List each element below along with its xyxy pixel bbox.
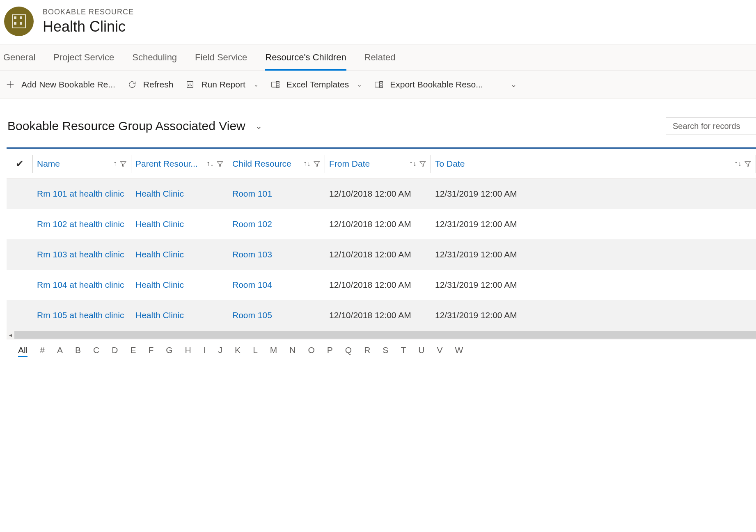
alpha-letter-m[interactable]: M: [270, 345, 277, 357]
alpha-letter-j[interactable]: J: [218, 345, 223, 357]
column-label: From Date: [329, 159, 407, 169]
alpha-letter-b[interactable]: B: [75, 345, 81, 357]
alpha-letter-u[interactable]: U: [418, 345, 424, 357]
name-link[interactable]: Rm 105 at health clinic: [37, 310, 124, 320]
sort-icon[interactable]: ↑↓: [734, 159, 742, 168]
cell-from: 12/10/2018 12:00 AM: [325, 189, 431, 199]
excel-icon: [374, 80, 383, 89]
tab-related[interactable]: Related: [364, 45, 396, 70]
alpha-letter-e[interactable]: E: [130, 345, 136, 357]
child-link[interactable]: Room 105: [232, 310, 272, 320]
tab-field-service[interactable]: Field Service: [195, 45, 247, 70]
table-row[interactable]: Rm 105 at health clinicHealth ClinicRoom…: [7, 300, 756, 330]
alpha-letter-h[interactable]: H: [185, 345, 191, 357]
excel-templates-button[interactable]: Excel Templates ⌄: [271, 80, 362, 89]
name-link[interactable]: Rm 102 at health clinic: [37, 219, 124, 229]
name-link[interactable]: Rm 101 at health clinic: [37, 189, 124, 198]
svg-marker-18: [745, 161, 751, 166]
alpha-letter-l[interactable]: L: [253, 345, 258, 357]
horizontal-scrollbar[interactable]: ◂: [7, 330, 756, 339]
table-row[interactable]: Rm 104 at health clinicHealth ClinicRoom…: [7, 270, 756, 300]
child-link[interactable]: Room 102: [232, 219, 272, 229]
alpha-letter-n[interactable]: N: [289, 345, 296, 357]
column-header-to[interactable]: To Date ↑↓: [431, 155, 756, 173]
table-row[interactable]: Rm 103 at health clinicHealth ClinicRoom…: [7, 239, 756, 270]
column-header-parent[interactable]: Parent Resour... ↑↓: [131, 155, 228, 173]
scrollbar-track[interactable]: [14, 331, 756, 339]
child-link[interactable]: Room 104: [232, 280, 272, 289]
filter-icon[interactable]: [313, 160, 321, 167]
alpha-letter-q[interactable]: Q: [345, 345, 352, 357]
parent-link[interactable]: Health Clinic: [135, 310, 184, 320]
tab-resource-s-children[interactable]: Resource's Children: [265, 45, 346, 70]
run-report-label: Run Report: [201, 80, 245, 89]
alpha-letter-p[interactable]: P: [327, 345, 333, 357]
record-title: Health Clinic: [43, 18, 134, 35]
table-row[interactable]: Rm 102 at health clinicHealth ClinicRoom…: [7, 209, 756, 239]
alpha-letter-t[interactable]: T: [401, 345, 406, 357]
alpha-letter-a[interactable]: A: [57, 345, 63, 357]
name-link[interactable]: Rm 104 at health clinic: [37, 280, 124, 289]
alpha-letter-f[interactable]: F: [148, 345, 153, 357]
chevron-down-icon: ⌄: [357, 81, 362, 88]
table-row[interactable]: Rm 101 at health clinicHealth ClinicRoom…: [7, 179, 756, 209]
sort-icon[interactable]: ↑↓: [206, 159, 214, 168]
sort-icon[interactable]: ↑↓: [409, 159, 417, 168]
cell-to: 12/31/2019 12:00 AM: [431, 250, 756, 259]
svg-rect-9: [276, 86, 279, 88]
svg-rect-10: [375, 82, 380, 87]
cell-parent: Health Clinic: [131, 280, 228, 290]
add-new-button[interactable]: Add New Bookable Re...: [6, 80, 115, 89]
alpha-letter-all[interactable]: All: [18, 345, 27, 357]
column-header-from[interactable]: From Date ↑↓: [325, 155, 431, 173]
cell-to: 12/31/2019 12:00 AM: [431, 219, 756, 229]
filter-icon[interactable]: [419, 160, 426, 167]
parent-link[interactable]: Health Clinic: [135, 280, 184, 289]
filter-icon[interactable]: [216, 160, 224, 167]
cell-name: Rm 104 at health clinic: [33, 280, 131, 290]
alpha-letter-r[interactable]: R: [364, 345, 370, 357]
header-text: BOOKABLE RESOURCE Health Clinic: [43, 8, 134, 35]
select-all-cell[interactable]: ✔: [7, 155, 33, 173]
tab-project-service[interactable]: Project Service: [53, 45, 114, 70]
parent-link[interactable]: Health Clinic: [135, 189, 184, 198]
alpha-letter-#[interactable]: #: [40, 345, 45, 357]
alpha-letter-k[interactable]: K: [235, 345, 241, 357]
name-link[interactable]: Rm 103 at health clinic: [37, 250, 124, 259]
scroll-left-icon[interactable]: ◂: [7, 332, 14, 338]
cell-from: 12/10/2018 12:00 AM: [325, 310, 431, 320]
parent-link[interactable]: Health Clinic: [135, 250, 184, 259]
svg-rect-6: [272, 82, 276, 87]
alpha-letter-i[interactable]: I: [204, 345, 206, 357]
child-link[interactable]: Room 101: [232, 189, 272, 198]
filter-icon[interactable]: [744, 160, 751, 167]
export-button[interactable]: Export Bookable Reso...: [374, 80, 483, 89]
alpha-letter-o[interactable]: O: [308, 345, 314, 357]
alpha-letter-c[interactable]: C: [93, 345, 99, 357]
parent-link[interactable]: Health Clinic: [135, 219, 184, 229]
overflow-button[interactable]: ⌄: [509, 80, 517, 89]
column-header-child[interactable]: Child Resource ↑↓: [228, 155, 325, 173]
sort-asc-icon[interactable]: ↑: [113, 159, 117, 168]
view-selector[interactable]: Bookable Resource Group Associated View …: [7, 119, 262, 133]
tab-general[interactable]: General: [3, 45, 35, 70]
search-input[interactable]: [666, 117, 756, 135]
run-report-button[interactable]: Run Report ⌄: [186, 80, 258, 89]
tab-scheduling[interactable]: Scheduling: [132, 45, 177, 70]
svg-marker-17: [420, 161, 426, 166]
alpha-letter-s[interactable]: S: [383, 345, 388, 357]
filter-icon[interactable]: [119, 160, 127, 167]
alpha-letter-w[interactable]: W: [455, 345, 463, 357]
column-label: Name: [37, 159, 111, 169]
column-header-name[interactable]: Name ↑: [33, 155, 131, 173]
refresh-button[interactable]: Refresh: [128, 80, 174, 89]
alpha-letter-d[interactable]: D: [112, 345, 118, 357]
alpha-letter-v[interactable]: V: [437, 345, 442, 357]
column-label: Child Resource: [232, 159, 301, 169]
child-link[interactable]: Room 103: [232, 250, 272, 259]
refresh-label: Refresh: [143, 80, 174, 89]
alpha-letter-g[interactable]: G: [166, 345, 172, 357]
cell-child: Room 104: [228, 280, 325, 290]
sort-icon[interactable]: ↑↓: [303, 159, 311, 168]
command-bar: Add New Bookable Re... Refresh Run Repor…: [0, 71, 756, 99]
